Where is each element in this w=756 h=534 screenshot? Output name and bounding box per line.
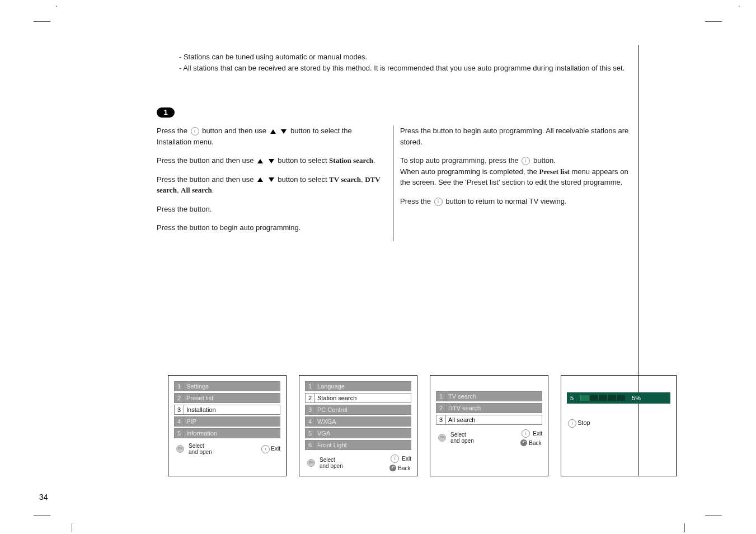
up-arrow-icon <box>257 159 263 163</box>
text: To stop auto programming, press the <box>400 156 520 165</box>
menu-num: 1 <box>175 382 184 391</box>
crop-mark <box>705 515 722 516</box>
text: button to return to normal TV viewing. <box>445 197 567 205</box>
info-icon: i <box>191 127 199 135</box>
menu-label: PIP <box>184 417 280 426</box>
footer-right: iExit ↶Back <box>389 455 411 471</box>
footer-exit: iExit <box>260 445 280 453</box>
text: When auto programming is completed, the <box>400 167 539 176</box>
menu-item: 1Language <box>305 381 411 391</box>
menu-num: 5 <box>306 429 315 438</box>
progress-bar <box>580 395 625 401</box>
up-arrow-icon <box>270 129 276 134</box>
menu-footer: Selectand open iExit ↶Back <box>436 429 542 446</box>
crop-dot-tl <box>56 6 57 7</box>
menu-num: 4 <box>306 417 315 426</box>
crop-mark <box>34 515 50 516</box>
step-badge: 1 <box>157 107 175 118</box>
down-arrow-icon <box>281 129 287 134</box>
footer-right: iExit ↶Back <box>520 429 542 446</box>
footer-exit: iExit <box>520 429 542 438</box>
menu-item: 2DTV search <box>436 403 542 413</box>
text: Press the <box>157 127 190 135</box>
osd-progress-box: 5 5% iStop <box>561 375 677 476</box>
ok-icon <box>174 443 186 455</box>
menu-label: Language <box>315 382 411 391</box>
footer-exit: iExit <box>389 455 411 463</box>
text: Exit <box>402 456 411 462</box>
menu-num: 2 <box>175 394 184 402</box>
page-number: 34 <box>39 493 48 502</box>
intro-list: Stations can be tuned using automatic or… <box>157 52 638 73</box>
text: Press the button and then use <box>157 156 256 165</box>
two-column-layout: Press the i button and then use button t… <box>157 125 638 241</box>
text: Press the <box>400 197 433 205</box>
footer-select: Selectand open <box>305 457 343 469</box>
crop-mark <box>705 21 722 22</box>
menu-item-selected: 3Installation <box>174 405 280 415</box>
menu-label: Information <box>184 429 280 438</box>
menu-label: Installation <box>184 405 280 414</box>
osd-menu-installation: 1Settings 2Preset list 3Installation 4PI… <box>168 375 287 476</box>
footer-select: Selectand open <box>436 432 474 444</box>
page-content: Stations can be tuned using automatic or… <box>157 45 638 241</box>
down-arrow-icon <box>269 177 274 182</box>
menu-item-selected: 3All search <box>436 415 542 425</box>
menu-footer: Selectand open iExit ↶Back <box>305 455 411 471</box>
right-column: Press the button to begin auto programmi… <box>393 125 635 241</box>
menu-num: 1 <box>306 382 315 391</box>
text: button to select <box>278 175 329 184</box>
menu-num: 4 <box>175 417 184 426</box>
paragraph: Press the i button and then use button t… <box>157 125 386 147</box>
paragraph: Press the button to begin auto programmi… <box>157 222 386 233</box>
crop-mark <box>684 523 685 532</box>
menu-num: 5 <box>175 429 184 438</box>
menu-num: 1 <box>436 392 446 401</box>
text: Back <box>529 440 541 446</box>
menu-label: PC Control <box>315 405 411 414</box>
crop-mark <box>72 523 72 532</box>
paragraph: To stop auto programming, press the i bu… <box>400 155 635 188</box>
crop-mark <box>34 21 50 22</box>
left-column: Press the i button and then use button t… <box>157 125 393 241</box>
menu-item: 2Preset list <box>174 393 280 403</box>
menu-label: DTV search <box>446 404 542 413</box>
footer-text: Selectand open <box>450 432 474 444</box>
menu-item-selected: 2Station search <box>305 393 411 403</box>
osd-menu-row: 1Settings 2Preset list 3Installation 4PI… <box>168 375 677 476</box>
paragraph: Press the button and then use button to … <box>157 174 386 196</box>
menu-label: All search <box>446 415 542 424</box>
info-icon: i <box>568 419 576 428</box>
menu-num: 2 <box>436 404 446 413</box>
paragraph: Press the button to begin auto programmi… <box>400 125 635 147</box>
menu-item: 6Front Light <box>305 440 411 450</box>
menu-item: 4WXGA <box>305 416 411 427</box>
bold-term: All search <box>181 186 212 194</box>
menu-item: 1TV search <box>436 391 542 401</box>
intro-line: Stations can be tuned using automatic or… <box>179 52 638 62</box>
footer-back: ↶Back <box>389 465 410 471</box>
footer-back: ↶Back <box>520 439 541 446</box>
menu-label: Station search <box>315 394 411 402</box>
info-icon: i <box>391 455 399 463</box>
paragraph: Press the button. <box>157 204 386 215</box>
footer-text: Selectand open <box>320 457 343 469</box>
ok-icon <box>305 457 317 469</box>
text: Press the button and then use <box>157 175 256 184</box>
text: Exit <box>271 446 280 452</box>
progress-num: 5 <box>570 395 574 401</box>
back-icon: ↶ <box>520 439 527 446</box>
paragraph: Press the button and then use button to … <box>157 155 386 166</box>
text: Back <box>398 465 410 471</box>
menu-num: 3 <box>306 405 315 414</box>
osd-menu-search-type: 1TV search 2DTV search 3All search Selec… <box>430 375 548 476</box>
bold-term: Preset list <box>539 167 570 176</box>
up-arrow-icon <box>257 177 263 182</box>
menu-label: VGA <box>315 429 411 438</box>
menu-item: 4PIP <box>174 416 280 427</box>
text: button. <box>533 156 556 165</box>
intro-line: All stations that can be received are st… <box>179 63 638 73</box>
info-icon: i <box>522 157 530 165</box>
menu-footer: Selectand open iExit <box>174 443 280 455</box>
crop-dot-tr <box>739 6 740 7</box>
